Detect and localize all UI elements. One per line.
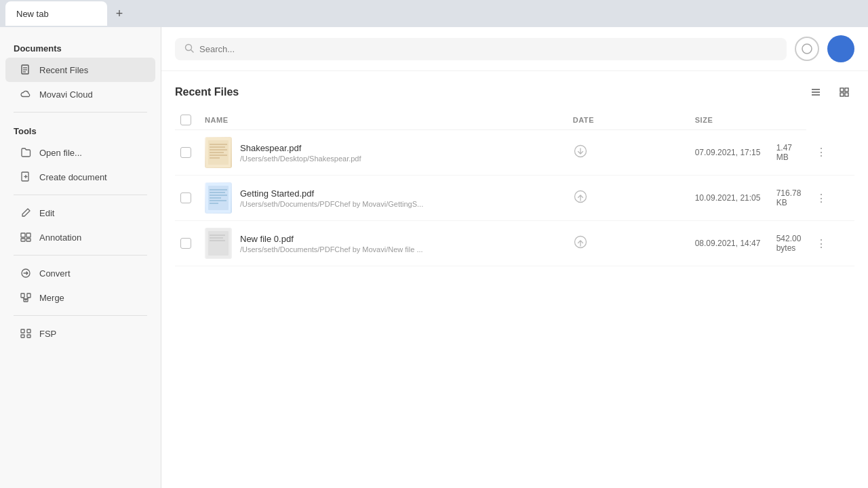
file-name-1: Shakespear.pdf [240,143,361,153]
open-file-icon [19,146,33,159]
file-date-3: 08.09.2021, 14:47 [690,221,771,266]
sidebar-divider-2 [14,195,147,195]
file-info-2: Getting Started.pdf /Users/seth/Document… [205,182,562,214]
cloud-icon [19,87,33,101]
create-document-icon [19,170,33,184]
notification-button[interactable] [795,37,819,61]
annotation-icon [19,230,33,244]
svg-rect-50 [208,231,229,256]
convert-label: Convert [39,268,71,279]
file-cloud-cell-2 [568,176,690,221]
file-date-2: 10.09.2021, 21:05 [690,176,771,221]
svg-rect-18 [27,329,31,333]
user-avatar[interactable] [827,35,854,62]
file-info-1: Shakespear.pdf /Users/seth/Desktop/Shake… [205,137,562,168]
tab-new-tab[interactable]: New tab [5,1,107,26]
col-header-name: NAME [199,110,568,130]
tools-section-title: Tools [0,118,161,140]
annotation-label: Annotation [39,232,81,243]
sidebar-item-fsp[interactable]: FSP [5,321,155,346]
file-size-2: 716.78 KB [771,176,807,221]
sidebar-item-convert[interactable]: Convert [5,261,155,285]
file-check-cell [175,176,199,221]
sidebar-item-annotation[interactable]: Annotation [5,225,155,249]
table-row: Getting Started.pdf /Users/seth/Document… [175,176,854,221]
svg-rect-17 [21,329,24,333]
file-menu-cell-2: ⋮ [806,176,854,221]
file-path-3: /Users/seth/Documents/PDFChef by Movavi/… [240,245,423,253]
search-input[interactable] [199,44,777,54]
open-file-label: Open file... [39,148,82,158]
file-name-3: New file 0.pdf [240,234,423,244]
svg-rect-13 [27,293,31,298]
svg-rect-29 [840,93,844,96]
documents-section-title: Documents [0,38,161,58]
file-menu-button-2[interactable]: ⋮ [812,188,831,207]
svg-line-22 [191,49,194,52]
new-tab-button[interactable]: + [110,4,129,23]
svg-rect-12 [21,293,24,298]
file-text-2: Getting Started.pdf /Users/seth/Document… [240,188,423,208]
file-path-2: /Users/seth/Documents/PDFChef by Movavi/… [240,200,423,208]
file-name-cell: New file 0.pdf /Users/seth/Documents/PDF… [199,221,568,266]
svg-rect-19 [21,335,24,338]
sidebar-divider-4 [14,315,147,316]
search-box[interactable] [175,38,787,60]
file-checkbox-2[interactable] [180,192,191,203]
file-date-1: 07.09.2021, 17:15 [690,130,771,176]
grid-view-button[interactable] [834,82,854,102]
sidebar-item-edit[interactable]: Edit [5,201,155,225]
sidebar-item-open-file[interactable]: Open file... [5,140,155,165]
sidebar-item-merge[interactable]: Merge [5,285,155,310]
col-header-menu [771,110,807,130]
svg-rect-9 [21,239,25,241]
convert-icon [19,266,33,280]
files-table: NAME DATE SIZE [175,110,854,266]
col-header-check [175,110,199,130]
cloud-upload-icon-3[interactable] [573,237,588,252]
search-icon [184,43,194,55]
recent-files-icon [19,63,33,77]
select-all-checkbox[interactable] [180,115,191,125]
merge-label: Merge [39,293,64,303]
file-cloud-cell-1 [568,130,690,176]
tab-label: New tab [16,9,49,19]
file-size-1: 1.47 MB [771,130,807,176]
file-thumbnail-1 [205,137,232,168]
file-path-1: /Users/seth/Desktop/Shakespear.pdf [240,155,361,163]
svg-rect-27 [840,88,844,92]
sidebar-divider-3 [14,255,147,256]
file-menu-button-3[interactable]: ⋮ [812,234,831,253]
file-name-2: Getting Started.pdf [240,188,423,199]
list-view-button[interactable] [806,82,826,102]
sidebar-item-recent-files[interactable]: Recent Files [5,58,155,82]
edit-label: Edit [39,208,54,218]
table-header-row: NAME DATE SIZE [175,110,854,130]
recent-files-label: Recent Files [39,65,88,75]
file-thumbnail-3 [205,228,232,259]
file-menu-button-1[interactable]: ⋮ [812,143,831,162]
svg-rect-20 [27,335,31,338]
file-check-cell [175,130,199,176]
fsp-label: FSP [39,329,56,339]
svg-rect-30 [845,93,848,96]
sidebar-item-create-document[interactable]: Create document [5,165,155,189]
file-text-1: Shakespear.pdf /Users/seth/Desktop/Shake… [240,143,361,163]
file-checkbox-1[interactable] [180,147,191,158]
col-header-date: DATE [568,110,690,130]
create-document-label: Create document [39,172,107,182]
sidebar-item-movavi-cloud[interactable]: Movavi Cloud [5,82,155,106]
cloud-upload-icon-2[interactable] [573,192,588,207]
merge-icon [19,291,33,304]
cloud-download-icon-1[interactable] [573,146,588,161]
header-bar [161,27,868,71]
table-row: Shakespear.pdf /Users/seth/Desktop/Shake… [175,130,854,176]
edit-icon [19,206,33,220]
file-checkbox-3[interactable] [180,238,191,249]
file-info-3: New file 0.pdf /Users/seth/Documents/PDF… [205,228,562,259]
file-name-cell: Shakespear.pdf /Users/seth/Desktop/Shake… [199,130,568,176]
file-name-cell: Getting Started.pdf /Users/seth/Document… [199,176,568,221]
movavi-cloud-label: Movavi Cloud [39,89,93,100]
sidebar-divider-1 [14,112,147,113]
svg-rect-8 [26,233,31,237]
